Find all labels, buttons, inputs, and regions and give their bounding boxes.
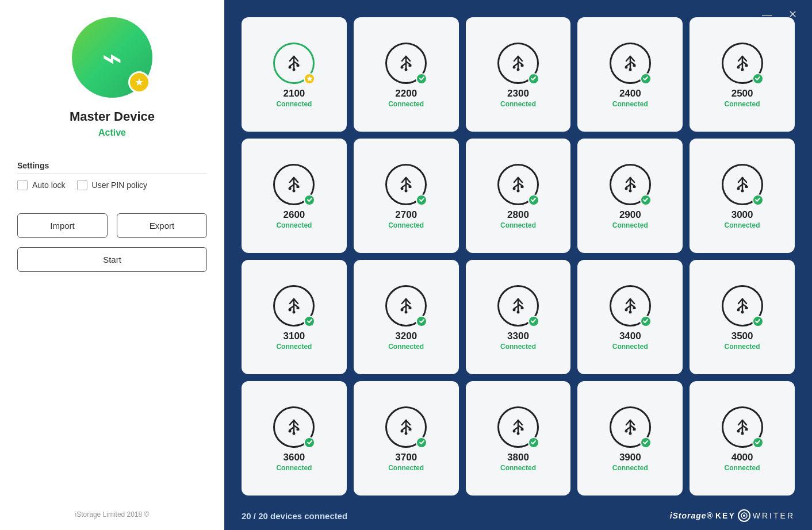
device-number-3100: 3100 — [283, 331, 305, 341]
svg-point-128 — [293, 432, 296, 435]
device-card-3600[interactable]: 3600 Connected — [242, 381, 347, 496]
device-status-4000: Connected — [725, 464, 760, 472]
device-number-2200: 2200 — [395, 89, 417, 98]
device-card-2400[interactable]: 2400 Connected — [577, 17, 683, 132]
device-number-3400: 3400 — [619, 331, 641, 341]
device-status-2400: Connected — [612, 100, 648, 108]
device-number-3000: 3000 — [731, 210, 753, 220]
usb-circle-3500 — [722, 285, 763, 327]
device-status-3400: Connected — [612, 343, 648, 351]
device-card-2200[interactable]: 2200 Connected — [354, 17, 459, 132]
usb-circle-3300 — [497, 285, 539, 327]
device-number-3800: 3800 — [507, 452, 529, 462]
check-badge-3200 — [416, 316, 427, 327]
settings-row: Auto lock User PIN policy — [17, 180, 207, 190]
import-button[interactable]: Import — [17, 213, 108, 238]
usb-symbol-3600 — [284, 417, 304, 437]
auto-lock-checkbox[interactable] — [17, 180, 28, 190]
usb-circle-3600 — [273, 406, 315, 448]
device-number-2500: 2500 — [731, 89, 753, 98]
usb-icon-large: ⌁ — [102, 37, 122, 78]
device-card-3400[interactable]: 3400 Connected — [577, 260, 683, 374]
svg-point-77 — [737, 187, 740, 190]
usb-symbol-3900 — [620, 417, 641, 437]
brand-logo: iStorage® KEY WRITER — [670, 509, 795, 522]
device-number-2700: 2700 — [395, 210, 417, 220]
device-status-3100: Connected — [276, 343, 312, 351]
import-export-row: Import Export — [12, 213, 213, 238]
svg-point-160 — [741, 432, 744, 435]
usb-circle-2500 — [722, 43, 763, 84]
usb-circle-4000 — [722, 406, 763, 448]
svg-rect-111 — [633, 307, 635, 309]
svg-rect-63 — [520, 186, 523, 188]
device-card-3800[interactable]: 3800 Connected — [466, 381, 571, 496]
svg-point-88 — [293, 310, 296, 313]
device-card-2900[interactable]: 2900 Connected — [577, 139, 683, 253]
usb-symbol-3300 — [508, 295, 528, 316]
device-number-3600: 3600 — [283, 452, 305, 462]
usb-symbol-2300 — [508, 53, 528, 74]
device-card-3100[interactable]: 3100 Connected — [242, 260, 347, 374]
usb-circle-3800 — [497, 406, 539, 448]
master-title: Master Device — [70, 109, 155, 124]
start-button[interactable]: Start — [17, 247, 207, 272]
device-card-4000[interactable]: 4000 Connected — [690, 381, 795, 496]
usb-symbol-3500 — [732, 295, 753, 316]
device-card-3000[interactable]: 3000 Connected — [690, 139, 795, 253]
user-pin-label: User PIN policy — [92, 180, 147, 190]
device-card-2300[interactable]: 2300 Connected — [466, 17, 571, 132]
device-card-2100[interactable]: 2100 Connected — [242, 17, 347, 132]
device-card-2600[interactable]: 2600 Connected — [242, 139, 347, 253]
device-card-3200[interactable]: 3200 Connected — [354, 260, 459, 374]
usb-symbol-3800 — [508, 417, 528, 437]
usb-circle-2300 — [497, 43, 539, 84]
check-badge-2700 — [416, 194, 427, 206]
usb-circle-2600 — [273, 164, 315, 205]
check-badge-3100 — [304, 316, 315, 327]
user-pin-checkbox[interactable] — [77, 180, 87, 190]
device-card-3300[interactable]: 3300 Connected — [466, 260, 571, 374]
svg-rect-79 — [745, 186, 748, 188]
usb-symbol-3200 — [396, 295, 416, 316]
device-status-3200: Connected — [388, 343, 424, 351]
device-number-3700: 3700 — [395, 452, 417, 462]
svg-marker-8 — [307, 76, 312, 82]
svg-point-149 — [625, 429, 627, 432]
svg-point-141 — [512, 429, 515, 432]
device-number-2400: 2400 — [619, 89, 641, 98]
usb-symbol-3000 — [732, 174, 753, 195]
check-badge-2500 — [752, 73, 764, 85]
device-card-2800[interactable]: 2800 Connected — [466, 139, 571, 253]
device-number-3300: 3300 — [507, 331, 529, 341]
export-button[interactable]: Export — [117, 213, 207, 238]
usb-circle-2900 — [610, 164, 651, 205]
device-card-2700[interactable]: 2700 Connected — [354, 139, 459, 253]
device-number-2300: 2300 — [507, 89, 529, 98]
svg-rect-95 — [409, 307, 412, 309]
svg-point-56 — [405, 189, 408, 192]
device-card-3900[interactable]: 3900 Connected — [577, 381, 683, 496]
settings-label: Settings — [17, 161, 207, 174]
svg-point-4 — [289, 66, 292, 68]
master-device-icon: ⌁ ★ — [72, 17, 152, 98]
user-pin-option[interactable]: User PIN policy — [77, 180, 147, 190]
svg-point-7 — [293, 68, 296, 71]
svg-point-93 — [401, 308, 404, 311]
svg-point-144 — [516, 432, 519, 435]
device-card-3500[interactable]: 3500 Connected — [690, 260, 795, 374]
svg-point-40 — [741, 68, 744, 71]
device-card-3700[interactable]: 3700 Connected — [354, 381, 459, 496]
master-star-badge: ★ — [128, 71, 150, 93]
svg-point-21 — [512, 66, 515, 68]
auto-lock-option[interactable]: Auto lock — [17, 180, 66, 190]
svg-point-53 — [401, 187, 404, 190]
svg-rect-119 — [745, 307, 748, 309]
device-card-2500[interactable]: 2500 Connected — [690, 17, 795, 132]
svg-point-29 — [625, 66, 627, 68]
svg-rect-55 — [409, 186, 412, 188]
usb-circle-2800 — [497, 164, 539, 205]
device-grid: 2100 Connected 2200 Connected — [236, 11, 800, 501]
svg-point-69 — [625, 187, 627, 190]
svg-point-32 — [629, 68, 631, 71]
